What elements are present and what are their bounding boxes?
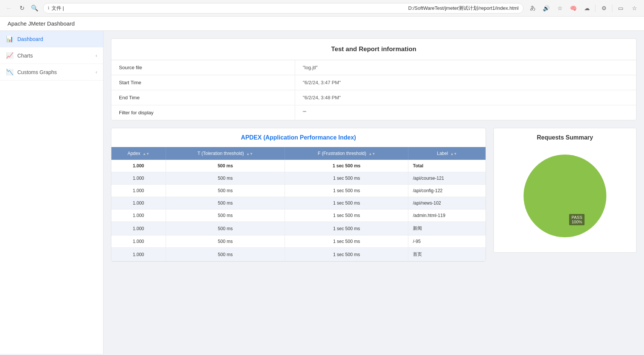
requests-title: Requests Summary	[494, 128, 636, 147]
sidebar-item-charts[interactable]: 📈 Charts ‹	[0, 47, 103, 64]
sidebar-item-dashboard[interactable]: 📊 Dashboard	[0, 31, 103, 47]
apdex-cell-t: 500 ms	[166, 160, 285, 172]
apdex-cell-label: /api/course-121	[408, 172, 486, 185]
browser-actions: あ 🔊 ☆ 🧠 ☁ ⚙ ▭ ☆	[527, 3, 639, 14]
apdex-cell-label: 新闻	[408, 222, 486, 235]
info-icon: ℹ	[48, 6, 49, 11]
apdex-cell-t: 500 ms	[166, 185, 285, 197]
col-apdex[interactable]: Apdex ▲▼	[111, 147, 166, 160]
info-row-value: "6/2/24, 3:48 PM"	[295, 90, 636, 105]
svg-point-0	[524, 155, 606, 237]
info-card-title: Test and Report information	[111, 39, 636, 60]
apdex-cell-f: 1 sec 500 ms	[285, 197, 408, 209]
address-url: D:/SoftWareTest/jmeter测试计划/report1/index…	[408, 5, 519, 12]
apdex-cell-label: /api/config-122	[408, 185, 486, 197]
charts-icon: 📈	[6, 52, 14, 59]
col-f[interactable]: F (Frustration threshold) ▲▼	[285, 147, 408, 160]
sort-icon-label: ▲▼	[450, 152, 457, 156]
sidebar-label-customs-graphs: Customs Graphs	[17, 69, 96, 75]
info-table: Source file "log.jtl" Start Time "6/2/24…	[111, 60, 636, 120]
apdex-cell-f: 1 sec 500 ms	[285, 235, 408, 248]
apdex-title: APDEX (Application Performance Index)	[111, 128, 486, 147]
apdex-cell-f: 1 sec 500 ms	[285, 222, 408, 235]
sidebar-button[interactable]: ▭	[615, 3, 626, 14]
sort-icon-f: ▲▼	[368, 152, 375, 156]
app-title: Apache JMeter Dashboard	[8, 20, 75, 27]
apdex-cell-t: 500 ms	[166, 172, 285, 185]
translate-button[interactable]: あ	[527, 3, 538, 14]
settings-button[interactable]: ⚙	[598, 3, 609, 14]
brain-button[interactable]: 🧠	[568, 3, 579, 14]
apdex-cell-t: 500 ms	[166, 209, 285, 222]
apdex-cell-apdex: 1.000	[111, 209, 166, 222]
charts-arrow-icon: ‹	[96, 53, 97, 58]
apdex-cell-t: 500 ms	[166, 235, 285, 248]
pass-percent: 100%	[571, 220, 582, 224]
info-row-label: End Time	[111, 90, 295, 105]
apdex-cell-f: 1 sec 500 ms	[285, 172, 408, 185]
col-label[interactable]: Label ▲▼	[408, 147, 486, 160]
browser-chrome: ← ↻ 🔍 ℹ 文件 | D:/SoftWareTest/jmeter测试计划/…	[0, 0, 644, 17]
apdex-cell-label: /api/news-102	[408, 197, 486, 209]
apdex-cell-f: 1 sec 500 ms	[285, 209, 408, 222]
divider	[595, 5, 595, 12]
apdex-cell-label: /admin.html-119	[408, 209, 486, 222]
apdex-table-row: 1.000 500 ms 1 sec 500 ms /api/course-12…	[111, 172, 486, 185]
search-button[interactable]: 🔍	[30, 4, 39, 13]
apdex-table-row: 1.000 500 ms 1 sec 500 ms /admin.html-11…	[111, 209, 486, 222]
info-row-label: Filter for display	[111, 105, 295, 120]
apdex-table: Apdex ▲▼ T (Toleration threshold) ▲▼ F (…	[111, 147, 486, 261]
info-row-value: ""	[295, 105, 636, 120]
apdex-cell-apdex: 1.000	[111, 235, 166, 248]
divider2	[612, 5, 612, 12]
sort-icon-apdex: ▲▼	[143, 152, 149, 156]
apdex-cell-apdex: 1.000	[111, 197, 166, 209]
apdex-cell-f: 1 sec 500 ms	[285, 248, 408, 261]
apdex-table-row: 1.000 500 ms 1 sec 500 ms 首页	[111, 248, 486, 261]
apdex-cell-t: 500 ms	[166, 197, 285, 209]
pie-chart: PASS 100%	[520, 151, 610, 241]
apdex-cell-apdex: 1.000	[111, 222, 166, 235]
customs-graphs-icon: 📉	[6, 68, 14, 76]
apdex-cell-apdex: 1.000	[111, 160, 166, 172]
apdex-cell-apdex: 1.000	[111, 248, 166, 261]
info-table-row: Filter for display ""	[111, 105, 636, 120]
main-content: Test and Report information Source file …	[104, 31, 644, 354]
pass-badge: PASS 100%	[569, 214, 585, 225]
apdex-table-row: 1.000 500 ms 1 sec 500 ms /api/config-12…	[111, 185, 486, 197]
pie-container: PASS 100%	[494, 147, 636, 245]
dashboard-icon: 📊	[6, 35, 14, 42]
read-aloud-button[interactable]: 🔊	[541, 3, 551, 14]
col-t[interactable]: T (Toleration threshold) ▲▼	[166, 147, 285, 160]
info-table-row: Source file "log.jtl"	[111, 60, 636, 75]
favorites-button[interactable]: ☆	[554, 3, 565, 14]
apdex-cell-label: Total	[408, 160, 486, 172]
cloud-button[interactable]: ☁	[582, 3, 592, 14]
requests-card: Requests Summary PASS 100%	[493, 128, 636, 253]
apdex-card: APDEX (Application Performance Index) Ap…	[111, 128, 486, 262]
apdex-cell-label: /-95	[408, 235, 486, 248]
apdex-cell-f: 1 sec 500 ms	[285, 185, 408, 197]
info-row-label: Source file	[111, 60, 295, 75]
apdex-cell-label: 首页	[408, 248, 486, 261]
sidebar-item-customs-graphs[interactable]: 📉 Customs Graphs ‹	[0, 64, 103, 80]
apdex-table-row: 1.000 500 ms 1 sec 500 ms /api/news-102	[111, 197, 486, 209]
app-layout: 📊 Dashboard 📈 Charts ‹ 📉 Customs Graphs …	[0, 31, 644, 354]
app-header: Apache JMeter Dashboard	[0, 17, 644, 31]
address-bar[interactable]: ℹ 文件 | D:/SoftWareTest/jmeter测试计划/report…	[43, 3, 524, 14]
info-row-value: "log.jtl"	[295, 60, 636, 75]
bottom-section: APDEX (Application Performance Index) Ap…	[111, 128, 636, 262]
apdex-cell-apdex: 1.000	[111, 185, 166, 197]
info-card: Test and Report information Source file …	[111, 38, 636, 120]
apdex-cell-apdex: 1.000	[111, 172, 166, 185]
apdex-cell-t: 500 ms	[166, 248, 285, 261]
reload-button[interactable]: ↻	[17, 4, 26, 13]
collections-button[interactable]: ☆	[629, 3, 639, 14]
apdex-table-row: 1.000 500 ms 1 sec 500 ms /-95	[111, 235, 486, 248]
apdex-cell-t: 500 ms	[166, 222, 285, 235]
sidebar-label-dashboard: Dashboard	[17, 36, 97, 42]
info-table-row: End Time "6/2/24, 3:48 PM"	[111, 90, 636, 105]
apdex-cell-f: 1 sec 500 ms	[285, 160, 408, 172]
back-button[interactable]: ←	[5, 4, 14, 13]
sidebar: 📊 Dashboard 📈 Charts ‹ 📉 Customs Graphs …	[0, 31, 104, 354]
